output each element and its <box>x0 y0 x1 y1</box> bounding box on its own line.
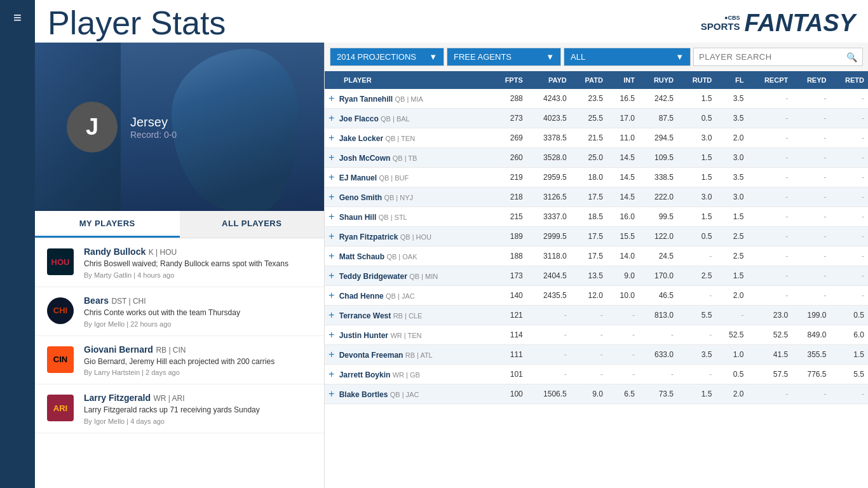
add-player-button[interactable]: + <box>329 191 334 203</box>
search-icon[interactable]: 🔍 <box>846 52 857 62</box>
recpt-cell: - <box>747 187 792 207</box>
projection-filter[interactable]: 2014 PROJECTIONS ▼ <box>330 48 444 66</box>
player-pos-team: QB | MIA <box>395 95 423 103</box>
int-cell: - <box>607 365 639 384</box>
fpts-cell: 273 <box>491 109 527 128</box>
add-player-button[interactable]: + <box>329 270 334 281</box>
player-name: Jarrett Boykin <box>339 370 391 379</box>
add-player-button[interactable]: + <box>329 231 334 242</box>
player-pos-team: WR | TEN <box>390 332 421 339</box>
retd-cell: 6.0 <box>830 325 868 345</box>
reyd-cell: - <box>792 128 830 148</box>
table-row: + Ryan Tannehill QB | MIA 288 4243.0 23.… <box>325 89 868 109</box>
player-name: Shaun Hill <box>339 213 377 222</box>
fpts-cell: 140 <box>491 286 527 306</box>
reyd-cell: - <box>792 207 830 227</box>
fl-cell: 3.5 <box>715 109 747 128</box>
col-payd: PAYD <box>527 71 571 89</box>
table-row: + Justin Hunter WR | TEN 114 - - - - - 5… <box>325 325 868 345</box>
agents-filter[interactable]: FREE AGENTS ▼ <box>447 48 561 66</box>
tab-my-players[interactable]: MY PLAYERS <box>35 211 180 238</box>
player-name: Ryan Tannehill <box>339 95 393 104</box>
col-fl: FL <box>715 71 747 89</box>
payd-cell: 3378.5 <box>527 128 571 148</box>
add-player-button[interactable]: + <box>329 211 334 222</box>
news-text: Bears DST | CHI Chris Conte works out wi… <box>84 295 315 328</box>
fl-cell: 2.0 <box>715 128 747 148</box>
patd-cell: 12.0 <box>571 286 607 306</box>
add-player-button[interactable]: + <box>329 152 334 163</box>
player-pos-team: QB | NYJ <box>384 194 413 201</box>
reyd-cell: - <box>792 89 830 109</box>
news-team-logo: CIN <box>44 344 76 376</box>
menu-icon[interactable]: ≡ <box>13 10 22 26</box>
int-cell: 15.5 <box>607 227 639 247</box>
news-meta: By Igor Mello | 22 hours ago <box>84 320 315 328</box>
add-player-button[interactable]: + <box>329 290 334 301</box>
add-player-button[interactable]: + <box>329 172 334 183</box>
player-name: Ryan Fitzpatrick <box>339 233 398 241</box>
search-input[interactable] <box>699 52 846 62</box>
ruyd-cell: 109.5 <box>639 148 677 168</box>
fpts-cell: 218 <box>491 187 527 207</box>
add-player-button[interactable]: + <box>329 250 334 262</box>
patd-cell: 25.0 <box>571 148 607 168</box>
filters-bar: 2014 PROJECTIONS ▼ FREE AGENTS ▼ ALL ▼ 🔍 <box>325 43 868 71</box>
player-name: Geno Smith <box>339 193 382 202</box>
col-recpt: RECPT <box>747 71 792 89</box>
header: Player Stats ●CBS SPORTS FANTASY <box>35 0 868 43</box>
player-cell: + Justin Hunter WR | TEN <box>325 325 491 345</box>
fl-cell: 1.5 <box>715 207 747 227</box>
player-name: Matt Schaub <box>339 252 384 261</box>
rutd-cell: 3.5 <box>677 345 715 365</box>
add-player-button[interactable]: + <box>329 112 334 124</box>
retd-cell: - <box>830 128 868 148</box>
fl-cell: 2.0 <box>715 384 747 404</box>
add-player-button[interactable]: + <box>329 309 334 321</box>
payd-cell: 3337.0 <box>527 207 571 227</box>
reyd-cell: - <box>792 384 830 404</box>
reyd-cell: 776.5 <box>792 365 830 384</box>
table-row: + Shaun Hill QB | STL 215 3337.0 18.5 16… <box>325 207 868 227</box>
position-filter[interactable]: ALL ▼ <box>564 48 691 66</box>
ruyd-cell: - <box>639 365 677 384</box>
fpts-cell: 173 <box>491 266 527 286</box>
retd-cell: - <box>830 187 868 207</box>
add-player-button[interactable]: + <box>329 132 334 144</box>
player-pos-team: QB | TB <box>393 154 417 162</box>
retd-cell: - <box>830 148 868 168</box>
fl-cell: 2.5 <box>715 247 747 266</box>
table-row: + Teddy Bridgewater QB | MIN 173 2404.5 … <box>325 266 868 286</box>
table-row: + Matt Schaub QB | OAK 188 3118.0 17.5 1… <box>325 247 868 266</box>
reyd-cell: - <box>792 148 830 168</box>
table-row: + Ryan Fitzpatrick QB | HOU 189 2999.5 1… <box>325 227 868 247</box>
add-player-button[interactable]: + <box>329 349 334 360</box>
add-player-button[interactable]: + <box>329 388 334 400</box>
col-fpts: FPTS <box>491 71 527 89</box>
add-player-button[interactable]: + <box>329 93 334 104</box>
col-int: INT <box>607 71 639 89</box>
col-player: PLAYER <box>325 71 491 89</box>
stats-table-wrapper: PLAYER FPTS PAYD PATD INT RUYD RUTD FL R… <box>325 71 868 488</box>
int-cell: - <box>607 345 639 365</box>
payd-cell: 1506.5 <box>527 384 571 404</box>
fpts-cell: 269 <box>491 128 527 148</box>
news-desc: Chris Boswell waived; Randy Bullock earn… <box>84 259 315 269</box>
recpt-cell: - <box>747 384 792 404</box>
add-player-button[interactable]: + <box>329 329 334 341</box>
player-pos-team: QB | OAK <box>386 253 417 261</box>
player-pos-team: QB | JAC <box>386 292 415 300</box>
rutd-cell: 0.5 <box>677 109 715 128</box>
payd-cell: 4023.5 <box>527 109 571 128</box>
patd-cell: 21.5 <box>571 128 607 148</box>
news-item: HOU Randy Bullock K | HOU Chris Boswell … <box>35 238 324 287</box>
tab-all-players[interactable]: ALL PLAYERS <box>180 211 325 238</box>
position-chevron-icon: ▼ <box>675 52 684 62</box>
ruyd-cell: 170.0 <box>639 266 677 286</box>
rutd-cell: 3.0 <box>677 187 715 207</box>
add-player-button[interactable]: + <box>329 369 334 380</box>
fpts-cell: 111 <box>491 345 527 365</box>
fpts-cell: 288 <box>491 89 527 109</box>
news-meta: By Igor Mello | 4 days ago <box>84 417 315 425</box>
recpt-cell: - <box>747 128 792 148</box>
